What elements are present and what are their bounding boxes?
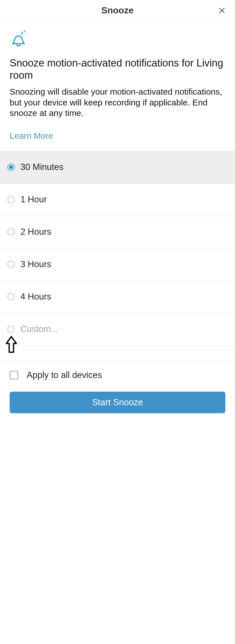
option-label: 1 Hour bbox=[20, 194, 47, 205]
option-1-hour[interactable]: 1 Hour bbox=[0, 184, 235, 216]
modal-title: Snooze bbox=[101, 5, 134, 16]
option-custom[interactable]: Custom... bbox=[0, 313, 235, 346]
option-4-hours[interactable]: 4 Hours bbox=[0, 281, 235, 313]
section-divider bbox=[0, 346, 235, 361]
duration-options-list: 30 Minutes 1 Hour 2 Hours 3 Hours 4 Hour… bbox=[0, 151, 235, 346]
intro-section: z z Snooze motion-activated notification… bbox=[0, 21, 235, 151]
option-label: Custom... bbox=[20, 324, 58, 334]
radio-icon bbox=[7, 163, 15, 171]
modal-header: Snooze bbox=[0, 0, 235, 21]
start-snooze-button[interactable]: Start Snooze bbox=[10, 392, 225, 413]
option-30-minutes[interactable]: 30 Minutes bbox=[0, 151, 235, 184]
close-icon bbox=[218, 7, 226, 14]
radio-icon bbox=[7, 325, 15, 333]
apply-all-label: Apply to all devices bbox=[27, 370, 102, 380]
radio-icon bbox=[7, 228, 15, 236]
option-label: 30 Minutes bbox=[20, 162, 64, 172]
apply-all-checkbox[interactable] bbox=[10, 371, 18, 379]
svg-text:z: z bbox=[24, 30, 26, 33]
radio-icon bbox=[7, 261, 15, 268]
option-label: 3 Hours bbox=[20, 259, 51, 269]
option-label: 4 Hours bbox=[20, 292, 51, 302]
radio-icon bbox=[7, 196, 15, 203]
radio-icon bbox=[7, 293, 15, 300]
snooze-bell-icon: z z bbox=[10, 30, 225, 48]
svg-text:z: z bbox=[21, 30, 24, 36]
close-button[interactable] bbox=[217, 5, 227, 16]
learn-more-link[interactable]: Learn More bbox=[10, 131, 53, 140]
option-label: 2 Hours bbox=[20, 227, 51, 237]
intro-description: Snoozing will disable your motion-activa… bbox=[10, 86, 225, 119]
intro-title: Snooze motion-activated notifications fo… bbox=[10, 57, 225, 81]
option-3-hours[interactable]: 3 Hours bbox=[0, 248, 235, 281]
option-2-hours[interactable]: 2 Hours bbox=[0, 216, 235, 248]
apply-all-row[interactable]: Apply to all devices bbox=[0, 361, 235, 392]
